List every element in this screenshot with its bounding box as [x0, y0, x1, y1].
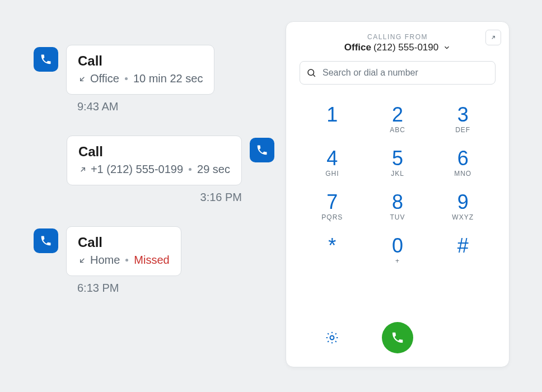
keypad-0[interactable]: 0+: [375, 236, 420, 265]
call-source: Office: [90, 72, 119, 85]
call-entry: Call Office 10 min 22 sec 9:43 AM: [34, 45, 274, 113]
search-icon: [306, 68, 316, 78]
call-number: +1 (212) 555-0199: [91, 163, 183, 176]
keypad-star[interactable]: *: [310, 236, 354, 265]
call-missed-label: Missed: [134, 254, 169, 267]
call-card[interactable]: Call +1 (212) 555-0199 29 sec: [67, 136, 242, 185]
separator-dot: [189, 168, 191, 171]
calling-from-name: Office: [344, 42, 371, 53]
call-title: Call: [78, 144, 230, 160]
keypad-4[interactable]: 4GHI: [310, 148, 354, 178]
call-source: Home: [90, 254, 120, 267]
svg-point-1: [330, 336, 334, 340]
call-time: 9:43 AM: [77, 100, 274, 113]
keypad-7[interactable]: 7PQRS: [310, 192, 354, 221]
keypad-hash[interactable]: #: [441, 236, 485, 265]
call-entry: Call +1 (212) 555-0199 29 sec 3:16 PM: [34, 136, 274, 204]
separator-dot: [125, 77, 128, 80]
search-field: [300, 61, 496, 85]
call-title: Call: [78, 53, 203, 69]
phone-icon: [250, 138, 274, 162]
calling-from-label: CALLING FROM: [300, 33, 496, 41]
keypad-6[interactable]: 6MNO: [441, 148, 485, 178]
keypad-2[interactable]: 2ABC: [375, 105, 420, 134]
dialer-panel: CALLING FROM Office (212) 555-0190 1 2AB…: [286, 21, 510, 367]
settings-button[interactable]: [325, 330, 339, 345]
phone-icon: [34, 47, 58, 72]
call-time: 3:16 PM: [34, 191, 242, 204]
svg-point-0: [308, 69, 314, 76]
popout-button[interactable]: [485, 30, 501, 45]
calling-from-selector[interactable]: Office (212) 555-0190: [300, 42, 496, 53]
calling-from-number: (212) 555-0190: [373, 42, 438, 53]
call-card[interactable]: Call Office 10 min 22 sec: [66, 45, 214, 95]
keypad-3[interactable]: 3DEF: [441, 105, 485, 134]
outgoing-arrow-icon: [78, 165, 87, 174]
keypad-9[interactable]: 9WXYZ: [441, 192, 485, 221]
call-entry: Call Home Missed 6:13 PM: [34, 226, 274, 295]
separator-dot: [125, 259, 128, 262]
keypad-1[interactable]: 1: [310, 105, 354, 134]
phone-icon: [34, 228, 58, 253]
search-input[interactable]: [300, 61, 496, 85]
call-card[interactable]: Call Home Missed: [66, 226, 181, 276]
call-log: Call Office 10 min 22 sec 9:43 AM Call: [34, 45, 274, 317]
keypad-5[interactable]: 5JKL: [375, 148, 420, 178]
keypad-8[interactable]: 8TUV: [375, 192, 420, 221]
call-title: Call: [78, 235, 170, 250]
incoming-arrow-icon: [78, 256, 87, 265]
call-duration: 10 min 22 sec: [133, 72, 203, 85]
incoming-arrow-icon: [78, 74, 87, 83]
dial-button[interactable]: [382, 322, 413, 353]
call-time: 6:13 PM: [77, 282, 274, 295]
chevron-down-icon: [443, 44, 451, 52]
keypad: 1 2ABC 3DEF 4GHI 5JKL 6MNO 7PQRS 8TUV 9W…: [300, 105, 496, 265]
call-duration: 29 sec: [197, 163, 230, 176]
